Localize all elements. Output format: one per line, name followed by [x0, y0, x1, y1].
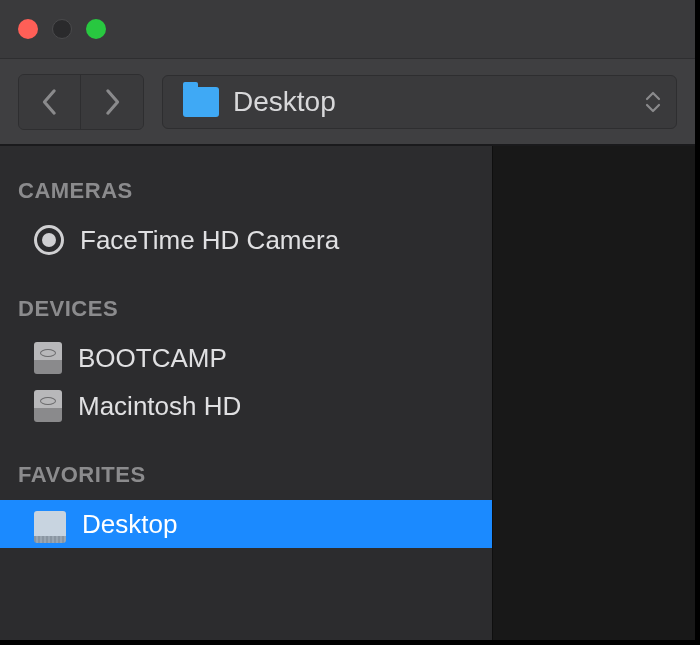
- forward-button[interactable]: [81, 75, 143, 129]
- back-button[interactable]: [19, 75, 81, 129]
- titlebar: [0, 0, 695, 58]
- chevron-up-icon: [644, 91, 662, 102]
- section-header-cameras: CAMERAS: [0, 168, 492, 216]
- sidebar-item-facetime-camera[interactable]: FaceTime HD Camera: [0, 216, 492, 264]
- sidebar-item-label: FaceTime HD Camera: [80, 225, 339, 256]
- sidebar-item-desktop[interactable]: Desktop: [0, 500, 492, 548]
- content-row: CAMERAS FaceTime HD Camera DEVICES BOOTC…: [0, 146, 695, 640]
- close-button[interactable]: [18, 19, 38, 39]
- minimize-button[interactable]: [52, 19, 72, 39]
- dropdown-stepper-icon: [644, 91, 662, 113]
- location-dropdown[interactable]: Desktop: [162, 75, 677, 129]
- section-header-devices: DEVICES: [0, 286, 492, 334]
- desktop-icon: [34, 511, 66, 537]
- chevron-left-icon: [41, 88, 59, 116]
- section-header-favorites: FAVORITES: [0, 452, 492, 500]
- sidebar-item-label: BOOTCAMP: [78, 343, 227, 374]
- chevron-right-icon: [103, 88, 121, 116]
- drive-icon: [34, 390, 62, 422]
- folder-icon: [183, 87, 219, 117]
- chevron-down-icon: [644, 102, 662, 113]
- maximize-button[interactable]: [86, 19, 106, 39]
- sidebar-item-label: Macintosh HD: [78, 391, 241, 422]
- toolbar: Desktop: [0, 58, 695, 146]
- main-area: [492, 146, 695, 640]
- sidebar-item-label: Desktop: [82, 509, 177, 540]
- camera-icon: [34, 225, 64, 255]
- drive-icon: [34, 342, 62, 374]
- location-label: Desktop: [233, 86, 336, 118]
- finder-dialog: Desktop CAMERAS FaceTime HD Camera DEVIC…: [0, 0, 695, 640]
- sidebar: CAMERAS FaceTime HD Camera DEVICES BOOTC…: [0, 146, 492, 640]
- nav-buttons: [18, 74, 144, 130]
- sidebar-item-bootcamp[interactable]: BOOTCAMP: [0, 334, 492, 382]
- sidebar-item-macintosh-hd[interactable]: Macintosh HD: [0, 382, 492, 430]
